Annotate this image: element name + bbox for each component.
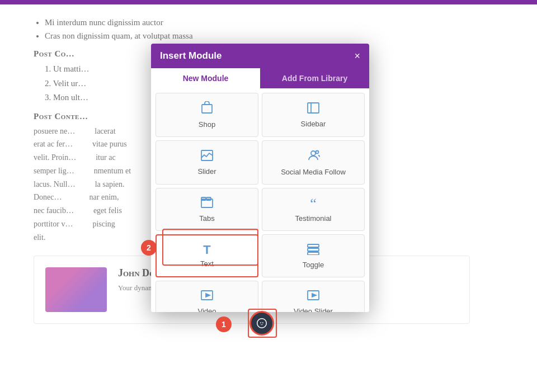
sidebar-label: Sidebar <box>301 120 326 128</box>
modal-title: Insert Module <box>160 50 222 62</box>
divi-add-button[interactable] <box>249 311 274 336</box>
module-grid-inner: Shop Sidebar <box>156 93 365 312</box>
svg-rect-9 <box>308 244 319 247</box>
module-grid: Shop Sidebar <box>151 88 369 312</box>
slider-label: Slider <box>197 167 216 176</box>
shop-icon <box>200 101 214 117</box>
tabs-icon <box>200 196 214 211</box>
video-slider-icon <box>307 289 320 304</box>
modal-tabs: New Module Add From Library <box>151 68 369 88</box>
module-item-shop[interactable]: Shop <box>156 93 258 137</box>
testimonial-icon: “ <box>310 196 317 211</box>
svg-marker-15 <box>312 294 316 297</box>
testimonial-label: Testimonial <box>295 214 331 223</box>
modal-header: Insert Module × <box>151 44 369 68</box>
insert-module-modal: Insert Module × New Module Add From Libr… <box>151 44 369 312</box>
module-item-text[interactable]: T Text <box>156 234 258 277</box>
svg-point-18 <box>260 322 261 323</box>
social-media-follow-icon <box>307 149 320 164</box>
video-slider-label: Video Slider <box>294 307 333 312</box>
module-item-tabs[interactable]: Tabs <box>156 188 258 231</box>
shop-label: Shop <box>199 120 215 129</box>
tab-add-from-library[interactable]: Add From Library <box>260 68 369 88</box>
toggle-label: Toggle <box>303 261 324 269</box>
svg-rect-10 <box>308 248 319 251</box>
social-media-follow-label: Social Media Follow <box>281 168 346 176</box>
module-item-social-media-follow[interactable]: Social Media Follow <box>262 140 365 185</box>
text-icon: T <box>203 244 210 256</box>
text-label: Text <box>200 259 214 268</box>
modal-close-button[interactable]: × <box>354 51 360 61</box>
page-content: Mi interdum nunc dignissim auctor Cras n… <box>0 4 537 392</box>
module-item-testimonial[interactable]: “ Testimonial <box>262 188 365 231</box>
svg-marker-13 <box>206 294 210 297</box>
video-label: Video <box>197 307 216 312</box>
tabs-label: Tabs <box>199 214 214 223</box>
toggle-icon <box>307 243 320 257</box>
slider-icon <box>200 149 214 164</box>
svg-point-19 <box>262 322 263 323</box>
tab-new-module[interactable]: New Module <box>151 68 260 88</box>
annotation-badge-1: 1 <box>216 317 232 332</box>
svg-rect-0 <box>202 105 212 113</box>
module-item-sidebar[interactable]: Sidebar <box>262 93 365 137</box>
sidebar-icon <box>307 102 320 116</box>
svg-point-4 <box>311 151 315 155</box>
top-bar <box>0 0 537 4</box>
module-item-toggle[interactable]: Toggle <box>262 234 365 277</box>
svg-rect-1 <box>308 103 319 113</box>
module-item-video-slider[interactable]: Video Slider <box>262 281 365 312</box>
svg-rect-11 <box>308 252 319 255</box>
video-icon <box>200 289 214 304</box>
module-item-video[interactable]: Video <box>156 281 258 312</box>
svg-point-5 <box>316 151 319 154</box>
module-item-slider[interactable]: Slider <box>156 140 258 185</box>
annotation-badge-2: 2 <box>141 240 157 256</box>
